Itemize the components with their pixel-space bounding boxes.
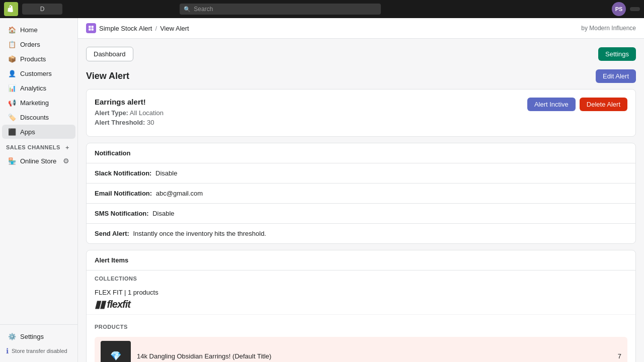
search-bar: 🔍 bbox=[180, 4, 381, 15]
sidebar-item-orders[interactable]: 📋 Orders bbox=[2, 37, 75, 51]
email-notification-row: Email Notification: abc@gmail.com bbox=[87, 184, 635, 204]
online-store-gear-icon[interactable]: ⚙ bbox=[63, 157, 69, 165]
product-thumbnail: 💎 bbox=[101, 341, 131, 362]
topbar-action-button[interactable] bbox=[630, 7, 640, 11]
product-count: 7 bbox=[618, 352, 621, 360]
breadcrumb-current: View Alert bbox=[160, 25, 189, 32]
settings-icon: ⚙️ bbox=[8, 332, 16, 340]
sales-channels-section: SALES CHANNELS ＋ bbox=[0, 139, 77, 153]
home-icon: 🏠 bbox=[8, 26, 16, 34]
collection-row: FLEX FIT | 1 products ▮▮ flexfit bbox=[87, 285, 635, 315]
alert-inactive-button[interactable]: Alert Inctive bbox=[527, 98, 576, 111]
add-sales-channel-icon[interactable]: ＋ bbox=[63, 143, 71, 151]
store-transfer-notice: ℹ Store transfer disabled bbox=[0, 344, 77, 358]
apps-icon: ⬛ bbox=[8, 128, 16, 136]
sidebar-item-marketing[interactable]: 📢 Marketing bbox=[2, 96, 75, 110]
svg-rect-1 bbox=[92, 26, 94, 28]
analytics-icon: 📊 bbox=[8, 84, 16, 92]
shopify-logo bbox=[4, 2, 18, 16]
product-row: 💎 14k Dangling Obsidian Earrings! (Defau… bbox=[95, 337, 627, 362]
content-area: Dashboard Settings View Alert Edit Alert… bbox=[78, 39, 644, 362]
sidebar-item-apps[interactable]: ⬛ Apps bbox=[2, 125, 75, 139]
svg-rect-3 bbox=[92, 29, 94, 31]
customers-icon: 👤 bbox=[8, 69, 16, 77]
notification-section: Notification Slack Notification: Disable… bbox=[86, 143, 636, 244]
page-title: View Alert bbox=[86, 71, 129, 81]
search-icon: 🔍 bbox=[184, 6, 191, 13]
app-icon bbox=[86, 23, 96, 33]
alert-type: Alert Type: All Location bbox=[95, 109, 164, 117]
sidebar-item-products[interactable]: 📦 Products bbox=[2, 52, 75, 66]
alert-items-title: Alert Items bbox=[87, 250, 635, 270]
dashboard-button[interactable]: Dashboard bbox=[86, 47, 133, 61]
products-icon: 📦 bbox=[8, 55, 16, 63]
collections-subtitle: COLLECTIONS bbox=[87, 270, 635, 285]
main-content: Simple Stock Alert / View Alert by Moder… bbox=[78, 18, 644, 362]
sms-notification-row: SMS Notification: Disable bbox=[87, 204, 635, 224]
earrings-image: 💎 bbox=[110, 350, 121, 361]
orders-icon: 📋 bbox=[8, 40, 16, 48]
discounts-icon: 🏷️ bbox=[8, 113, 16, 121]
delete-alert-button[interactable]: Delete Alert bbox=[580, 98, 627, 111]
store-selector[interactable]: D bbox=[22, 4, 62, 15]
alert-threshold: Alert Threshold: 30 bbox=[95, 119, 164, 126]
view-alert-header: View Alert Edit Alert bbox=[86, 69, 636, 83]
alert-info-card: Earrings alert! Alert Type: All Location… bbox=[86, 89, 636, 137]
sidebar-item-online-store[interactable]: 🏪 Online Store ⚙ bbox=[2, 154, 75, 168]
sidebar-item-settings[interactable]: ⚙️ Settings bbox=[2, 329, 75, 343]
marketing-icon: 📢 bbox=[8, 99, 16, 107]
online-store-icon: 🏪 bbox=[8, 157, 16, 165]
collection-name: FLEX FIT | 1 products bbox=[95, 289, 158, 296]
svg-rect-0 bbox=[89, 26, 91, 28]
sidebar-item-analytics[interactable]: 📊 Analytics bbox=[2, 81, 75, 95]
info-icon: ℹ bbox=[6, 347, 9, 355]
topbar-right: PS bbox=[612, 2, 640, 16]
topbar: D 🔍 PS bbox=[0, 0, 644, 18]
flexfit-logo: ▮▮ flexfit bbox=[95, 298, 158, 310]
sidebar-footer: ⚙️ Settings ℹ Store transfer disabled bbox=[0, 324, 77, 362]
sidebar-item-home[interactable]: 🏠 Home bbox=[2, 23, 75, 37]
breadcrumb: Simple Stock Alert / View Alert bbox=[86, 23, 189, 33]
search-input[interactable] bbox=[180, 4, 381, 15]
avatar: PS bbox=[612, 2, 626, 16]
svg-rect-2 bbox=[89, 29, 91, 31]
product-name: 14k Dangling Obsidian Earrings! (Default… bbox=[137, 352, 612, 360]
alert-name: Earrings alert! bbox=[95, 98, 164, 106]
slack-notification-row: Slack Notification: Disable bbox=[87, 163, 635, 184]
sidebar-nav: 🏠 Home 📋 Orders 📦 Products 👤 Customers 📊… bbox=[0, 18, 77, 324]
sidebar-item-discounts[interactable]: 🏷️ Discounts bbox=[2, 110, 75, 124]
breadcrumb-app-link[interactable]: Simple Stock Alert bbox=[99, 25, 152, 32]
by-text: by Modern Influence bbox=[581, 25, 636, 32]
edit-alert-button[interactable]: Edit Alert bbox=[596, 69, 636, 83]
breadcrumb-bar: Simple Stock Alert / View Alert by Moder… bbox=[78, 18, 644, 39]
action-bar: Dashboard Settings bbox=[86, 47, 636, 61]
settings-button[interactable]: Settings bbox=[598, 47, 636, 61]
sidebar: 🏠 Home 📋 Orders 📦 Products 👤 Customers 📊… bbox=[0, 18, 78, 362]
send-alert-row: Send Alert: Instantly once the inventory… bbox=[87, 224, 635, 243]
alert-items-section: Alert Items COLLECTIONS FLEX FIT | 1 pro… bbox=[86, 250, 636, 362]
notification-title: Notification bbox=[87, 143, 635, 163]
products-subtitle: PRODUCTS bbox=[87, 319, 635, 333]
sidebar-item-customers[interactable]: 👤 Customers bbox=[2, 66, 75, 80]
